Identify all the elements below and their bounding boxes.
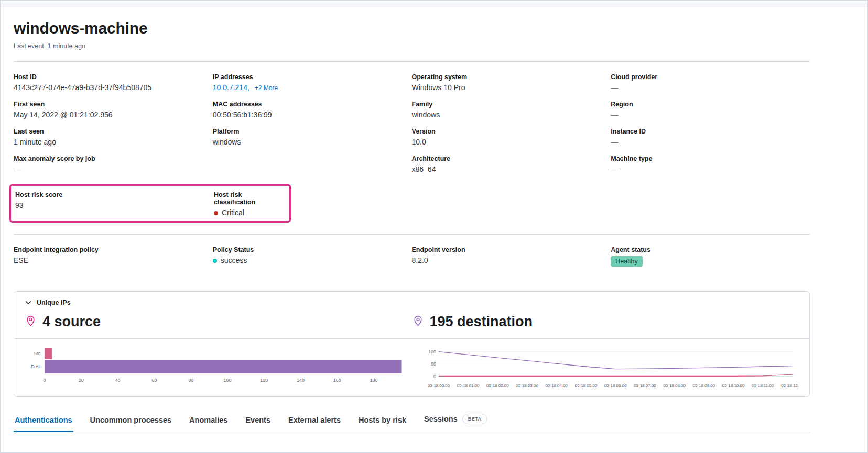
field-ip-addresses: IP addresses 10.0.7.214, +2 More [213, 73, 412, 92]
svg-text:05-18 02:00: 05-18 02:00 [486, 383, 509, 388]
svg-text:40: 40 [115, 378, 121, 383]
tab-label: Authentications [15, 416, 72, 424]
field-value: windows [412, 111, 611, 119]
success-status-dot [213, 259, 217, 263]
tab-events[interactable]: Events [244, 413, 272, 432]
field-family: Family windows [412, 101, 611, 119]
svg-text:160: 160 [333, 378, 341, 383]
svg-text:0: 0 [43, 378, 46, 383]
tab-label: Hosts by risk [359, 416, 406, 424]
field-max-anomaly-score: Max anomaly score by job — [14, 155, 213, 173]
svg-text:05-18 01:00: 05-18 01:00 [457, 383, 479, 388]
tab-authentications[interactable]: Authentications [14, 413, 73, 432]
field-architecture: Architecture x86_64 [412, 155, 611, 173]
field-value: Windows 10 Pro [412, 83, 611, 92]
field-label: Operating system [412, 73, 611, 81]
field-label: Max anomaly score by job [14, 155, 213, 162]
field-endpoint-version: Endpoint version 8.2.0 [412, 246, 611, 267]
field-value: 10.0.7.214, +2 More [213, 83, 412, 92]
ip-more-link[interactable]: +2 More [255, 84, 278, 92]
tab-anomalies[interactable]: Anomalies [188, 413, 229, 432]
field-machine-type: Machine type — [611, 155, 810, 173]
field-label: Version [412, 128, 611, 135]
svg-text:05-18 00:00: 05-18 00:00 [427, 383, 450, 388]
host-details-page: windows-machine Last event: 1 minute ago… [14, 19, 810, 432]
svg-text:80: 80 [188, 378, 193, 383]
beta-badge: BETA [462, 414, 487, 424]
tab-uncommon-processes[interactable]: Uncommon processes [89, 413, 173, 432]
field-value: 1 minute ago [14, 138, 213, 146]
svg-text:180: 180 [370, 378, 378, 383]
panel-divider [14, 338, 809, 339]
field-label: Region [611, 101, 810, 108]
overview-column-1: Host ID 4143c277-074e-47a9-b37d-37f94b50… [14, 73, 213, 182]
field-first-seen: First seen May 14, 2022 @ 01:21:02.956 [14, 101, 213, 119]
field-label: Endpoint integration policy [14, 246, 213, 253]
field-value: — [611, 83, 810, 92]
field-operating-system: Operating system Windows 10 Pro [412, 73, 611, 92]
overview-column-3: Operating system Windows 10 Pro Family w… [412, 73, 611, 182]
source-dest-bar-chart: 020406080100120140160180Src.Dest. [25, 345, 404, 390]
field-label: Machine type [611, 155, 810, 162]
field-value: 00:50:56:b1:36:99 [213, 111, 412, 119]
tab-hosts-by-risk[interactable]: Hosts by risk [357, 413, 407, 432]
field-label: First seen [14, 101, 213, 108]
tab-sessions[interactable]: Sessions BETA [423, 411, 489, 432]
field-platform: Platform windows [213, 128, 412, 146]
unique-ips-time-chart: 05010005-18 00:0005-18 01:0005-18 02:000… [420, 345, 799, 390]
critical-status-dot [214, 211, 218, 215]
field-host-risk-score: Host risk score 93 [15, 191, 214, 217]
field-value: windows [213, 138, 412, 146]
svg-text:05-18 06:00: 05-18 06:00 [604, 383, 626, 388]
host-risk-score-value: 93 [15, 201, 214, 209]
svg-text:05-18 03:00: 05-18 03:00 [516, 383, 538, 388]
unique-ips-stats: 4 source 195 destination [25, 314, 799, 330]
unique-ips-charts: 020406080100120140160180Src.Dest. 050100… [25, 345, 799, 390]
field-label: Instance ID [611, 128, 810, 135]
field-last-seen: Last seen 1 minute ago [14, 128, 213, 146]
map-pin-icon [25, 315, 37, 329]
field-label: Architecture [412, 155, 611, 162]
svg-text:Src.: Src. [34, 351, 42, 356]
destination-stat: 195 destination [412, 314, 799, 330]
classification-text: Critical [222, 208, 244, 217]
tab-label: Events [245, 416, 270, 424]
field-value: May 14, 2022 @ 01:21:02.956 [14, 111, 213, 119]
healthy-status-badge: Healthy [611, 256, 642, 267]
field-endpoint-policy: Endpoint integration policy ESE [14, 246, 213, 267]
field-label: Policy Status [213, 246, 412, 253]
svg-text:05-18 05:00: 05-18 05:00 [574, 383, 597, 388]
svg-text:05-18 08:00: 05-18 08:00 [663, 383, 686, 388]
svg-text:05-18 09:00: 05-18 09:00 [692, 383, 715, 388]
svg-text:50: 50 [430, 361, 436, 367]
svg-text:0: 0 [433, 374, 436, 379]
field-label: Cloud provider [611, 73, 810, 81]
svg-text:05-18 11:00: 05-18 11:00 [752, 383, 774, 388]
field-value: x86_64 [412, 165, 611, 173]
svg-text:100: 100 [428, 349, 436, 355]
unique-ips-title: Unique IPs [37, 299, 71, 306]
ip-address-link[interactable]: 10.0.7.214, [213, 83, 249, 92]
tab-label: Uncommon processes [90, 416, 172, 424]
chevron-down-icon[interactable] [25, 299, 32, 306]
field-value: Healthy [611, 256, 810, 267]
field-label: MAC addresses [213, 101, 412, 108]
field-value: — [611, 138, 810, 146]
destination-count: 195 destination [430, 314, 533, 330]
policy-status-value: success [213, 256, 412, 264]
field-label: IP addresses [213, 73, 412, 81]
field-agent-status: Agent status Healthy [611, 246, 810, 267]
field-value: — [14, 165, 213, 173]
field-version: Version 10.0 [412, 128, 611, 146]
field-label: Family [412, 101, 611, 108]
svg-text:05-18 12:00: 05-18 12:00 [781, 383, 799, 388]
tab-label: Anomalies [189, 416, 227, 424]
header-divider [14, 61, 810, 62]
source-stat: 4 source [25, 314, 412, 330]
field-region: Region — [611, 101, 810, 119]
svg-text:05-18 04:00: 05-18 04:00 [545, 383, 568, 388]
field-instance-id: Instance ID — [611, 128, 810, 146]
tab-external-alerts[interactable]: External alerts [287, 413, 342, 432]
field-value: — [611, 111, 810, 119]
field-label: Endpoint version [412, 246, 611, 253]
